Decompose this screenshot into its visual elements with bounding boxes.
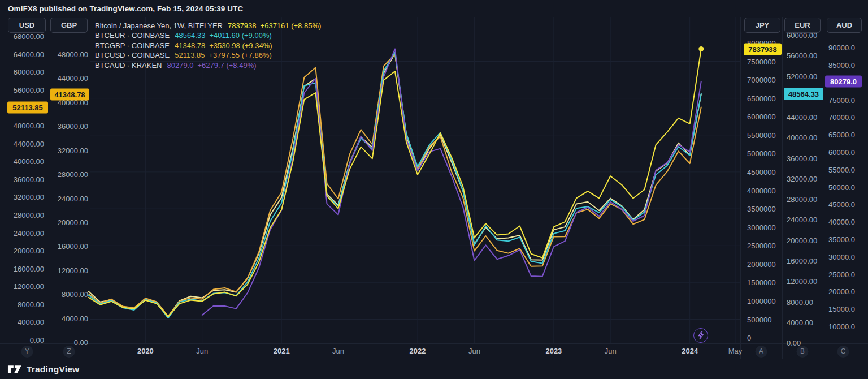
price-axis-aud[interactable]: 90000.085000.075000.070000.065000.060000… xyxy=(828,17,862,344)
x-axis-label: 2022 xyxy=(410,347,426,355)
legend-row-btcusd[interactable]: BTCUSD · COINBASE52113.85+3797.55 (+7.86… xyxy=(95,50,321,60)
axis-tick-label: 32000.00 xyxy=(787,174,822,183)
axis-tick-label: 35000.0 xyxy=(828,235,862,243)
x-axis-label: 2024 xyxy=(682,347,698,355)
axis-scale-badge-gbp[interactable]: Z xyxy=(63,346,75,358)
axis-tick-label: 8000.00 xyxy=(787,298,822,306)
axis-tick-label: 5000000 xyxy=(747,149,782,158)
price-label-gbp: 41348.78 xyxy=(50,88,89,100)
time-axis[interactable]: 2020Jun2021Jun2022Jun2023Jun2024MayYZABC xyxy=(0,344,868,359)
currency-button-gbp[interactable]: GBP xyxy=(50,18,88,33)
legend-last-value: 48564.33 xyxy=(175,31,205,40)
price-axis-jpy[interactable]: 8000000750000070000006500000600000055000… xyxy=(747,17,782,344)
axis-tick-label: 25000.0 xyxy=(828,270,862,278)
go-to-realtime-button[interactable] xyxy=(693,328,708,343)
price-axis-gbp[interactable]: 48000.0044000.0040000.0036000.0032000.00… xyxy=(45,17,88,344)
axis-tick-label: 55000.0 xyxy=(828,165,862,174)
axis-tick-label: 24000.00 xyxy=(45,194,88,203)
x-axis-label: Jun xyxy=(332,347,344,355)
axis-tick-label: 40000.0 xyxy=(828,218,862,226)
axis-tick-label: 70000.0 xyxy=(828,113,862,122)
x-axis-label: 2020 xyxy=(137,347,154,355)
price-label-aud: 80279.0 xyxy=(825,75,862,87)
axis-tick-label: 500000 xyxy=(747,315,782,324)
axis-tick-label: 20000.00 xyxy=(45,218,88,226)
axis-tick-label: 28000.00 xyxy=(1,210,44,219)
axis-tick-label: 36000.00 xyxy=(45,122,88,131)
axis-tick-label: 45000.0 xyxy=(828,200,862,209)
axis-tick-label: 65000.0 xyxy=(828,131,862,139)
series-line-btceur[interactable] xyxy=(89,53,701,318)
attribution-text: OmiFX8 published on TradingView.com, Feb… xyxy=(8,5,243,13)
x-axis-label: 2021 xyxy=(274,347,290,355)
axis-tick-label: 4500000 xyxy=(747,167,782,176)
symbol-legend: Bitcoin / Japanese Yen, 1W, BITFLYER7837… xyxy=(95,21,321,70)
legend-row-btceur[interactable]: BTCEUR · COINBASE48564.33+4011.60 (+9.00… xyxy=(95,31,321,40)
currency-button-jpy[interactable]: JPY xyxy=(744,18,780,33)
series-line-btcjpy[interactable] xyxy=(89,49,701,317)
tradingview-wordmark: TradingView xyxy=(27,364,79,374)
currency-button-eur[interactable]: EUR xyxy=(784,18,821,33)
last-price-dot xyxy=(698,46,704,51)
axis-tick-label: 2500000 xyxy=(747,242,782,250)
price-label-usd: 52113.85 xyxy=(7,101,48,113)
legend-row-btcaud[interactable]: BTCAUD · KRAKEN80279.0+6279.7 (+8.49%) xyxy=(95,61,321,70)
x-axis-label: Jun xyxy=(468,347,480,355)
series-line-btcaud[interactable] xyxy=(202,49,701,315)
axis-tick-label: 6000000 xyxy=(747,113,782,121)
legend-last-value: 41348.78 xyxy=(175,41,205,50)
axis-tick-label: 64000.00 xyxy=(1,50,44,58)
axis-tick-label: 48000.00 xyxy=(45,50,88,59)
axis-tick-label: 90000.0 xyxy=(828,44,862,52)
x-axis-label: Jun xyxy=(605,347,617,355)
axis-scale-badge-jpy[interactable]: A xyxy=(756,346,767,358)
legend-last-value: 80279.0 xyxy=(167,61,193,70)
currency-button-aud[interactable]: AUD xyxy=(827,18,862,33)
axis-tick-label: 0.00 xyxy=(45,338,88,347)
legend-change-value: +3797.55 (+7.86%) xyxy=(209,51,271,59)
price-axis-eur[interactable]: 60000.0056000.0052000.0044000.0040000.00… xyxy=(787,17,822,344)
axis-tick-label: 40000.00 xyxy=(1,157,44,166)
lightning-bolt-icon xyxy=(697,331,705,340)
axis-tick-label: 36000.00 xyxy=(787,154,822,162)
legend-change-value: +3530.98 (+9.34%) xyxy=(209,41,272,50)
axis-tick-label: 68000.00 xyxy=(1,32,44,41)
axis-tick-label: 8000.00 xyxy=(45,290,88,299)
axis-scale-badge-aud[interactable]: C xyxy=(837,346,849,358)
divider xyxy=(90,17,90,359)
axis-tick-label: 0 xyxy=(747,334,782,342)
axis-scale-badge-usd[interactable]: Y xyxy=(21,346,33,358)
legend-change-value: +637161 (+8.85%) xyxy=(261,21,322,30)
axis-tick-label: 75000.0 xyxy=(828,96,862,104)
divider xyxy=(782,17,783,359)
axis-tick-label: 28000.00 xyxy=(45,170,88,179)
axis-tick-label: 12000.00 xyxy=(787,277,822,286)
legend-row-main-btcjpy[interactable]: Bitcoin / Japanese Yen, 1W, BITFLYER7837… xyxy=(95,21,321,31)
series-line-btcgbp[interactable] xyxy=(89,54,701,317)
axis-tick-label: 30000.0 xyxy=(828,252,862,261)
legend-symbol-name: BTCEUR · COINBASE xyxy=(95,31,170,40)
legend-symbol-name: BTCUSD · COINBASE xyxy=(95,51,170,59)
axis-tick-label: 1500000 xyxy=(747,278,782,287)
axis-tick-label: 24000.00 xyxy=(787,216,822,224)
axis-tick-label: 16000.00 xyxy=(45,242,88,251)
axis-tick-label: 44000.00 xyxy=(1,139,44,148)
legend-row-btcgbp[interactable]: BTCGBP · COINBASE41348.78+3530.98 (+9.34… xyxy=(95,41,321,50)
axis-tick-label: 1000000 xyxy=(747,296,782,305)
axis-scale-badge-eur[interactable]: B xyxy=(797,346,809,358)
x-axis-label: May xyxy=(728,347,743,355)
currency-button-usd[interactable]: USD xyxy=(8,18,46,33)
price-axis-usd[interactable]: 68000.0064000.0060000.0056000.0048000.00… xyxy=(1,17,44,344)
series-line-btcusd[interactable] xyxy=(89,54,701,317)
legend-symbol-name: BTCGBP · COINBASE xyxy=(95,41,170,50)
axis-tick-label: 7500000 xyxy=(747,57,782,66)
axis-tick-label: 4000000 xyxy=(747,186,782,195)
axis-tick-label: 3500000 xyxy=(747,205,782,213)
divider xyxy=(823,17,823,359)
axis-tick-label: 15000.0 xyxy=(828,305,862,313)
axis-tick-label: 28000.00 xyxy=(787,195,822,204)
axis-tick-label: 4000.00 xyxy=(1,318,44,326)
legend-last-value: 52113.85 xyxy=(175,51,205,59)
axis-tick-label: 2000000 xyxy=(747,260,782,268)
axis-tick-label: 24000.00 xyxy=(1,229,44,237)
